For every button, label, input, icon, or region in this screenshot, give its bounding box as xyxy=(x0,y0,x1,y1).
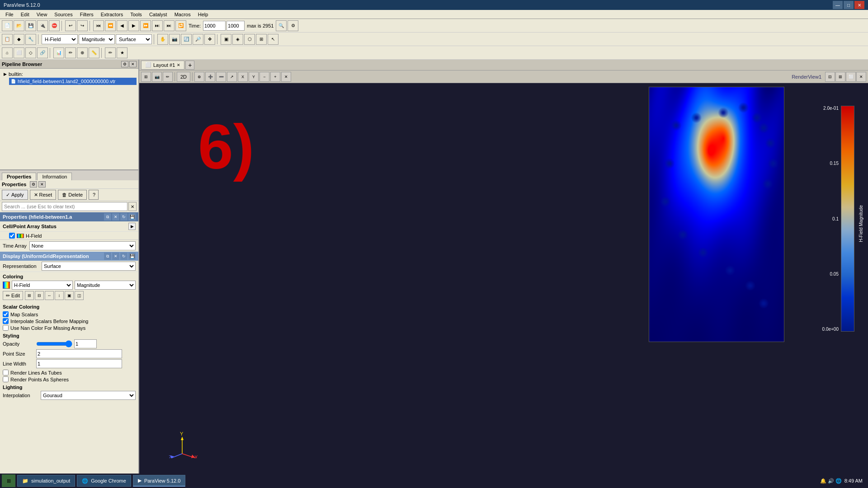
pan-btn[interactable]: ✥ xyxy=(204,34,215,45)
menu-catalyst[interactable]: Catalyst xyxy=(146,11,171,18)
play-backward-button[interactable]: ◀ xyxy=(117,20,127,31)
vt-orient-minus[interactable]: − xyxy=(259,72,269,82)
minimize-button[interactable]: — xyxy=(833,1,843,9)
perspective-btn[interactable]: ⬜ xyxy=(14,47,24,58)
surface-select[interactable]: Surface xyxy=(116,34,152,44)
taskbar-chrome[interactable]: 🌐 Google Chrome xyxy=(77,475,131,487)
vt-zoom-to-fit[interactable]: ⊞ xyxy=(141,72,151,82)
vt-annotate[interactable]: ✏ xyxy=(163,72,173,82)
camera-btn[interactable]: 📷 xyxy=(169,34,180,45)
rotate-btn[interactable]: 🔄 xyxy=(181,34,192,45)
pipeline-settings-btn[interactable]: ⚙ xyxy=(121,61,128,67)
split-horiz-btn[interactable]: ⊟ xyxy=(825,72,835,82)
point-size-input[interactable] xyxy=(36,349,122,358)
search-input[interactable] xyxy=(2,202,127,211)
help-button[interactable]: ? xyxy=(89,190,99,200)
nan-color-checkbox[interactable] xyxy=(3,325,9,331)
reset-camera-btn[interactable]: ⌂ xyxy=(2,47,13,58)
vt-orient-plus[interactable]: + xyxy=(270,72,280,82)
section-del-btn[interactable]: ✕ xyxy=(112,213,119,221)
opacity-input[interactable] xyxy=(74,339,97,348)
edit-colormap-btn[interactable]: ✏ Edit xyxy=(3,291,23,300)
menu-file[interactable]: File xyxy=(2,11,17,18)
interpolation-select[interactable]: Gouraud xyxy=(41,391,136,400)
display-copy-btn[interactable]: ⧉ xyxy=(104,253,111,260)
redo-button[interactable]: ↪ xyxy=(77,20,88,31)
next-frame-button[interactable]: ⏭ xyxy=(152,20,163,31)
section-copy-btn[interactable]: ⧉ xyxy=(104,213,111,221)
tab-information[interactable]: Information xyxy=(37,173,72,180)
ruler-btn[interactable]: 📏 xyxy=(89,47,99,58)
vt-reset-camera[interactable]: ⊕ xyxy=(194,72,204,82)
vt-screenshot[interactable]: 📷 xyxy=(152,72,162,82)
menu-filters[interactable]: Filters xyxy=(76,11,97,18)
time-input[interactable] xyxy=(203,21,226,31)
connect-button[interactable]: 🔌 xyxy=(37,20,48,31)
source-button[interactable]: ◆ xyxy=(14,34,24,45)
disconnect-button[interactable]: ⛔ xyxy=(49,20,60,31)
time-max-input[interactable] xyxy=(226,21,245,31)
pipeline-builtin[interactable]: ▶ builtin: xyxy=(2,70,137,78)
delete-button[interactable]: 🗑 Delete xyxy=(58,190,87,200)
display-del-btn[interactable]: ✕ xyxy=(112,253,119,260)
hfield-select[interactable]: H-Field xyxy=(42,34,78,44)
line-width-input[interactable] xyxy=(36,359,122,368)
pick-btn[interactable]: ↖ xyxy=(268,34,278,45)
add-layout-btn[interactable]: + xyxy=(185,61,194,70)
reset-button[interactable]: ✕ Reset xyxy=(30,190,57,200)
menu-view[interactable]: View xyxy=(33,11,51,18)
vt-zoom-minus[interactable]: ➖ xyxy=(216,72,226,82)
props-scroll[interactable]: Properties (hfield-between1.a ⧉ ✕ ↻ 💾 Ce… xyxy=(0,212,138,477)
render-lines-checkbox[interactable] xyxy=(3,370,9,375)
props-close-btn[interactable]: ✕ xyxy=(38,181,46,188)
menu-help[interactable]: Help xyxy=(194,11,212,18)
vt-zoom-plus[interactable]: ➕ xyxy=(205,72,215,82)
chart-btn[interactable]: 📊 xyxy=(53,47,64,58)
cb-btn-2[interactable]: ⊟ xyxy=(35,291,44,300)
menu-macros[interactable]: Macros xyxy=(171,11,194,18)
select-surface-btn[interactable]: ◈ xyxy=(232,34,243,45)
vt-delete-view[interactable]: ✕ xyxy=(281,72,291,82)
visualization-canvas[interactable] xyxy=(649,87,784,342)
close-button[interactable]: ✕ xyxy=(854,1,864,9)
map-scalars-label[interactable]: Map Scalars xyxy=(10,312,38,317)
zoom-to-data-button[interactable]: 🔍 xyxy=(276,20,287,31)
new-button[interactable]: 📄 xyxy=(2,20,13,31)
hfield-checkbox[interactable] xyxy=(9,233,15,239)
props-settings-btn[interactable]: ⚙ xyxy=(30,181,37,188)
taskbar-simulation[interactable]: 📁 simulation_output xyxy=(17,475,75,487)
maximize-button[interactable]: □ xyxy=(844,1,854,9)
pencil-btn[interactable]: ✏ xyxy=(105,47,116,58)
loop-button[interactable]: 🔁 xyxy=(175,20,186,31)
menu-tools[interactable]: Tools xyxy=(127,11,146,18)
cb-btn-3[interactable]: ↔ xyxy=(45,291,54,300)
display-save-btn[interactable]: 💾 xyxy=(128,253,136,260)
play-forward-button[interactable]: ⏩ xyxy=(140,20,151,31)
nan-color-label[interactable]: Use Nan Color For Missing Arrays xyxy=(10,325,85,331)
section-refresh-btn[interactable]: ↻ xyxy=(120,213,127,221)
render-viewport[interactable]: 6) Y Z X xyxy=(139,83,868,477)
section-save-btn[interactable]: 💾 xyxy=(128,213,136,221)
map-scalars-checkbox[interactable] xyxy=(3,311,9,317)
render-points-label[interactable]: Render Points As Spheres xyxy=(10,377,69,382)
menu-extractors[interactable]: Extractors xyxy=(97,11,127,18)
zoom-btn[interactable]: 🔎 xyxy=(193,34,203,45)
opacity-slider[interactable] xyxy=(36,341,72,347)
apply-button[interactable]: ✓ Apply xyxy=(2,190,28,200)
save-button[interactable]: 💾 xyxy=(25,20,36,31)
select-block-btn[interactable]: ⊞ xyxy=(256,34,267,45)
annotation-btn[interactable]: ✏ xyxy=(65,47,76,58)
vt-axes[interactable]: ↗ xyxy=(227,72,237,82)
camera-link-btn[interactable]: 🔗 xyxy=(37,47,48,58)
vt-orient-x[interactable]: X xyxy=(238,72,248,82)
interaction-btn[interactable]: ✋ xyxy=(157,34,168,45)
star-btn[interactable]: ★ xyxy=(117,47,127,58)
magnitude-select[interactable]: Magnitude xyxy=(79,34,115,44)
isometric-btn[interactable]: ◇ xyxy=(25,47,36,58)
undo-button[interactable]: ↩ xyxy=(65,20,76,31)
search-clear-btn[interactable]: ✕ xyxy=(128,202,137,211)
color-mode-select[interactable]: Magnitude xyxy=(75,281,136,290)
prev-frame-button[interactable]: ⏪ xyxy=(105,20,116,31)
menu-edit[interactable]: Edit xyxy=(17,11,33,18)
interpolate-checkbox[interactable] xyxy=(3,318,9,324)
